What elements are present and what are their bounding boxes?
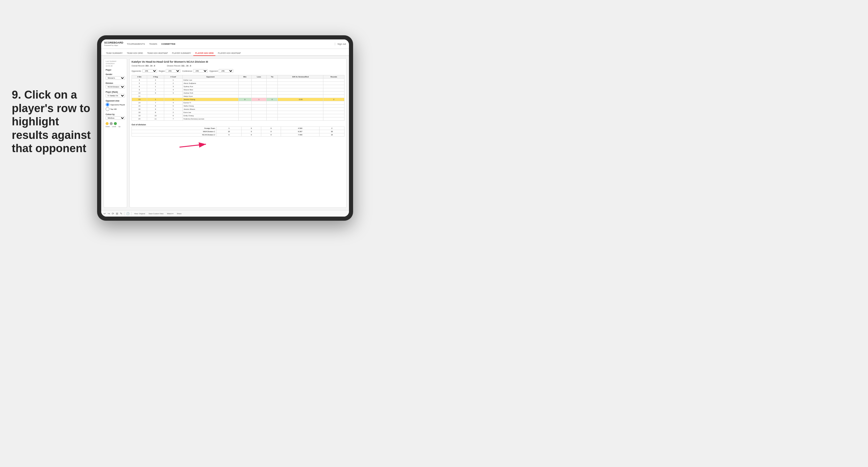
copy-icon[interactable]: ⊞ [116, 212, 118, 215]
nav-bar: SCOREBOARD Powered by clippi TOURNAMENTS… [101, 39, 349, 49]
filter-group-opponent: Opponent (All) [210, 69, 234, 73]
sidebar-gender: Gender Women's [105, 73, 125, 80]
nav-link-teams[interactable]: TEAMS [149, 42, 157, 46]
toolbar-separator-2 [131, 212, 131, 215]
out-div-row[interactable]: NCAA Division 25007.40010 [132, 133, 345, 136]
filter-group-region: Region (All) [159, 69, 181, 73]
filters-row: Opponents: (All) Region (All) Conference [131, 69, 345, 73]
table-row[interactable]: 613Sydney Kuo [132, 85, 345, 88]
out-div-row[interactable]: Foreign Team1004.5002 [132, 127, 345, 130]
sidebar-player-section: Player [105, 69, 125, 71]
tab-team-h2h-heatmap[interactable]: TEAM H2H HEATMAP [145, 51, 170, 56]
sidebar-division: Division NCAA Division III [105, 82, 125, 89]
save-custom-view-button[interactable]: Save Custom View [148, 212, 164, 215]
radio-opponents-played[interactable]: Opponents Played [105, 103, 125, 106]
division-select[interactable]: NCAA Division III [105, 85, 125, 89]
table-row[interactable]: 321Esther Lee [132, 79, 345, 82]
tab-player-h2h-heatmap[interactable]: PLAYER H2H HEATMAP [216, 51, 243, 56]
table-row[interactable]: 1585Stella Chang [132, 104, 345, 108]
sidebar: Last Updated: 27/03/2024 16:55:38 Player… [103, 58, 127, 208]
filter-group-opponents: Opponents: (All) [131, 69, 157, 73]
conference-filter-select[interactable]: (All) [193, 69, 208, 73]
grid-records: Overall Record: 353 - 34 - 6 Division Re… [131, 65, 345, 67]
table-row[interactable]: 11Heeju Hyun [132, 95, 345, 98]
main-content: Last Updated: 27/03/2024 16:55:38 Player… [101, 56, 349, 210]
col-diff: Diff Av Strokes/Rnd [278, 75, 323, 79]
undo-icon[interactable]: ↩ [103, 212, 106, 215]
forward-icon[interactable]: ⟳ [112, 212, 114, 215]
opponent-filter-select[interactable]: (All) [219, 69, 233, 73]
out-div-row[interactable]: NAIA Division 115009.26730 [132, 130, 345, 133]
toolbar-separator [124, 212, 124, 215]
gender-select[interactable]: Women's [105, 76, 125, 80]
edit-icon[interactable]: ✎ [120, 212, 122, 215]
region-filter-select[interactable]: (All) [166, 69, 180, 73]
bottom-toolbar: ↩ ↪ ⟳ ⊞ ✎ 🕐 View: Original Save Custom V… [101, 210, 349, 217]
device-screen: SCOREBOARD Powered by clippi TOURNAMENTS… [101, 39, 349, 217]
sidebar-timestamp: Last Updated: 27/03/2024 16:55:38 [105, 60, 125, 67]
share-button[interactable]: Share [176, 212, 182, 215]
col-div: # Div [132, 75, 147, 79]
table-row[interactable]: 1691Jessica Mason [132, 108, 345, 111]
grid-title: Katelyn Vo Head-to-Head Grid for Women's… [131, 60, 345, 63]
nav-link-committee[interactable]: COMMITTEE [161, 42, 175, 46]
watch-button[interactable]: Watch ▾ [166, 212, 174, 215]
redo-icon[interactable]: ↪ [108, 212, 110, 215]
annotation-text: 9. Click on a player's row to highlight … [12, 88, 94, 155]
legend-dot-up [114, 122, 117, 125]
nav-logo: SCOREBOARD Powered by clippi [104, 41, 123, 46]
col-win: Win [238, 75, 251, 79]
view-original-button[interactable]: View: Original [133, 212, 146, 215]
colour-by-select[interactable]: Win/loss [105, 116, 125, 120]
overall-record: Overall Record: 353 - 34 - 6 [131, 65, 155, 67]
table-row[interactable]: 1063Andrea York [132, 92, 345, 95]
sign-out-button[interactable]: Sign out [335, 43, 346, 45]
grid-table: # Div # Reg # Conf Opponent Win Loss Tie… [131, 75, 345, 121]
col-opponent: Opponent [182, 75, 238, 79]
nav-link-tournaments[interactable]: TOURNAMENTS [127, 42, 145, 46]
legend-dot-down [105, 122, 108, 125]
col-rounds: Rounds [323, 75, 344, 79]
tab-player-summary[interactable]: PLAYER SUMMARY [170, 51, 193, 56]
sidebar-opponent-view: Opponent view Opponents Played Top 100 [105, 100, 125, 111]
sub-nav: TEAM SUMMARY TEAM H2H GRID TEAM H2H HEAT… [101, 49, 349, 56]
legend-dot-level [110, 122, 113, 125]
sidebar-player-rank: Player (Rank) 8. Katelyn Vo [105, 91, 125, 97]
tab-team-summary[interactable]: TEAM SUMMARY [104, 51, 124, 56]
col-conf: # Conf [164, 75, 182, 79]
out-div-table: Foreign Team1004.5002NAIA Division 11500… [131, 127, 345, 136]
clock-icon[interactable]: 🕐 [126, 212, 129, 215]
radio-top100[interactable]: Top 100 [105, 107, 125, 111]
division-record: Division Record: 331 - 34 - 6 [167, 65, 191, 67]
opponents-filter-select[interactable]: (All) [143, 69, 157, 73]
table-row[interactable]: 20117Federica Domecq Lacroze [132, 117, 345, 121]
nav-links: TOURNAMENTS TEAMS COMMITTEE [127, 42, 335, 46]
colour-labels: Down Level Up [105, 126, 125, 127]
table-row[interactable]: 19106Emily Chang [132, 114, 345, 117]
tab-player-h2h-grid[interactable]: PLAYER H2H GRID [193, 51, 215, 56]
table-row[interactable]: 522Alexis Sudjianto [132, 82, 345, 85]
col-loss: Loss [251, 75, 267, 79]
colour-legend [105, 122, 125, 125]
table-row[interactable]: 1474Eunice Yi [132, 101, 345, 104]
sidebar-colour-by: Colour by Win/loss [105, 113, 125, 120]
table-row[interactable]: 1311Jessica Huang010-3.002 [132, 98, 345, 101]
col-reg: # Reg [147, 75, 164, 79]
out-of-division: Out of division Foreign Team1004.5002NAI… [131, 124, 345, 136]
content-area: Katelyn Vo Head-to-Head Grid for Women's… [129, 58, 347, 208]
table-row[interactable]: 914Sharon Mun [132, 88, 345, 92]
player-rank-select[interactable]: 8. Katelyn Vo [105, 94, 125, 97]
table-row[interactable]: 1882Euna Lee [132, 111, 345, 114]
col-tie: Tie [267, 75, 278, 79]
filter-group-conference: Conference (All) [182, 69, 208, 73]
tab-team-h2h-grid[interactable]: TEAM H2H GRID [125, 51, 145, 56]
device-frame: SCOREBOARD Powered by clippi TOURNAMENTS… [97, 35, 353, 221]
